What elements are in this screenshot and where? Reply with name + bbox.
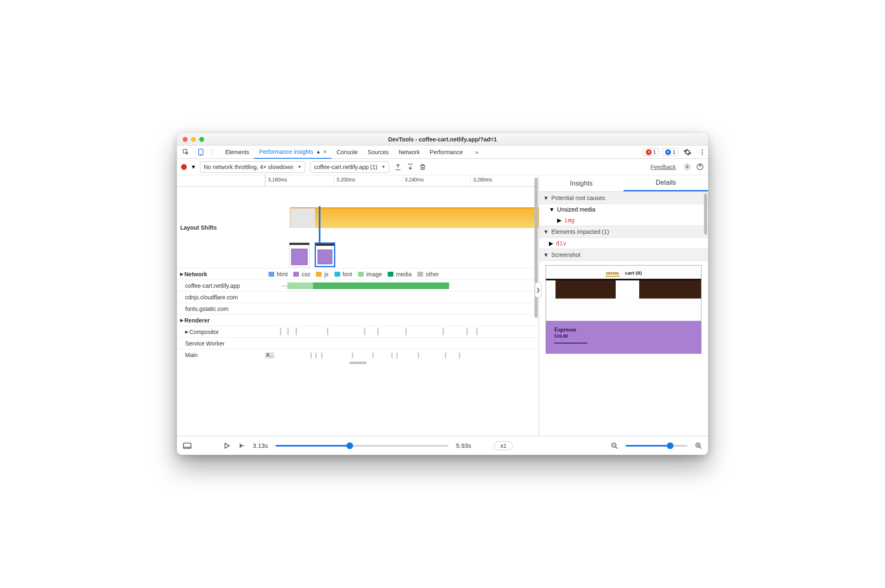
details-scrollbar-thumb[interactable] [704,193,707,235]
layout-shift-lane[interactable] [265,187,539,268]
tab-insights[interactable]: Insights [539,175,624,191]
compositor-lane[interactable] [265,326,539,337]
window-title: DevTools - coffee-cart.netlify.app/?ad=1 [177,136,708,143]
errors-badge[interactable]: ✕ 1 [643,148,659,156]
tab-elements[interactable]: Elements [220,146,254,159]
network-lane[interactable] [265,280,539,291]
section-elements-impacted[interactable]: ▼ Elements impacted (1) [539,226,708,238]
tree-unsized-media[interactable]: ▼ Unsized media [539,204,708,215]
cls-band [290,207,539,228]
track-label[interactable]: ▶ Compositor [177,326,265,337]
legend-other: other [426,271,439,278]
toolbar-settings-gear-icon[interactable] [683,163,691,171]
more-tabs-chevron-icon[interactable]: » [471,146,483,158]
export-icon[interactable] [394,163,402,171]
horizontal-scroll-thumb[interactable] [349,362,367,364]
network-lane[interactable] [265,292,539,303]
error-icon: ✕ [646,149,652,155]
tab-label: Console [337,149,358,155]
chevron-right-icon: ▶ [557,217,562,223]
throttling-select[interactable]: No network throttling, 4× slowdown ▼ [200,161,305,173]
ruler-tick: 3,280ms [470,175,539,186]
svg-point-4 [702,151,703,153]
chevron-down-icon: ▼ [543,252,549,258]
record-menu-caret-icon[interactable]: ▾ [192,163,195,171]
tab-performance-insights[interactable]: Performance insights ▲ × [254,146,332,159]
close-tab-icon[interactable]: × [323,148,327,155]
zoom-in-icon[interactable] [695,442,702,449]
screenshot-nav-cart: cart (0) [625,270,642,276]
panel-tabs: Elements Performance insights ▲ × Consol… [220,146,468,159]
tab-network[interactable]: Network [394,146,425,159]
toggle-preview-icon[interactable] [183,442,192,449]
track-label-text: Network [184,271,207,278]
target-select[interactable]: coffee-cart.netlify.app (1) ▼ [310,161,389,173]
tab-label: Network [399,149,420,155]
request-bar[interactable] [287,282,313,289]
vertical-scrollbar[interactable] [534,175,539,329]
skip-back-icon[interactable] [238,442,245,449]
pane-collapse-handle[interactable]: ❯ [535,282,541,297]
time-range-slider[interactable] [275,445,449,447]
section-title: Screenshot [551,252,581,258]
tab-details[interactable]: Details [624,175,708,191]
tab-sources[interactable]: Sources [362,146,393,159]
service-worker-lane[interactable] [265,338,539,349]
section-screenshot[interactable]: ▼ Screenshot [539,249,708,261]
help-icon[interactable] [696,163,704,171]
delete-icon[interactable] [419,163,426,171]
svg-line-12 [615,447,617,449]
network-host-row: cdnjs.cloudflare.com [177,292,539,303]
zoom-slider[interactable] [626,445,687,447]
track-label[interactable]: ▶ Network [177,268,265,280]
section-title: Potential root causes [551,195,605,201]
tab-label: Performance [430,149,463,155]
tab-label: Performance insights [259,148,313,155]
svg-point-6 [686,166,688,168]
track-label-text: Compositor [189,329,219,335]
feedback-link[interactable]: Feedback [651,164,676,170]
chevron-right-icon: ▶ [549,240,553,247]
product-price: $10.00 [554,333,693,339]
inspect-icon[interactable] [180,146,192,158]
details-tabs: Insights Details [539,175,708,192]
tab-performance[interactable]: Performance [425,146,468,159]
timeline-pane: 3,160ms 3,200ms 3,240ms 3,280ms Layout S… [177,175,539,436]
screenshot-product-card: Espresso $10.00 [546,321,701,353]
request-bar[interactable] [313,282,449,289]
chevron-down-icon: ▼ [549,206,555,213]
network-lane[interactable] [265,303,539,314]
track-label[interactable]: ▶ Renderer [177,315,265,326]
speed-pill[interactable]: x1 [494,441,513,450]
layout-shift-thumbnail[interactable] [289,242,310,267]
kebab-menu-icon[interactable] [697,146,708,158]
tree-element-div[interactable]: ▶ div [539,238,708,249]
device-toggle-icon[interactable] [195,146,207,158]
details-pane: ❯ Insights Details ▼ Potential root caus… [539,175,708,436]
tree-element-img[interactable]: ▶ img [539,215,708,226]
tab-console[interactable]: Console [332,146,362,159]
legend-font: font [343,271,352,278]
element-tag: img [564,217,574,223]
playback-bar: 3.13s 5.93s x1 [177,436,708,455]
tab-label: Elements [225,149,249,155]
message-icon: ≡ [665,149,671,155]
layout-shift-thumbnail-selected[interactable] [315,242,335,267]
request-whisker [282,286,289,286]
element-tag: div [556,240,566,247]
import-icon[interactable] [407,163,414,171]
chevron-right-icon: ▶ [185,329,188,334]
section-root-causes[interactable]: ▼ Potential root causes [539,192,708,204]
messages-badge[interactable]: ≡ 1 [662,148,678,156]
ruler-tick: 3,160ms [265,175,334,186]
tree-label: Unsized media [557,206,595,213]
record-button[interactable] [181,164,187,170]
screenshot-nav-menu: menu [605,270,620,277]
titlebar: DevTools - coffee-cart.netlify.app/?ad=1 [177,133,708,146]
zoom-out-icon[interactable] [611,442,618,449]
timeline-ruler: 3,160ms 3,200ms 3,240ms 3,280ms [177,175,539,187]
settings-gear-icon[interactable] [682,146,693,158]
range-start: 3.13s [253,442,268,449]
play-icon[interactable] [223,442,231,449]
main-lane[interactable]: R... [265,349,539,361]
